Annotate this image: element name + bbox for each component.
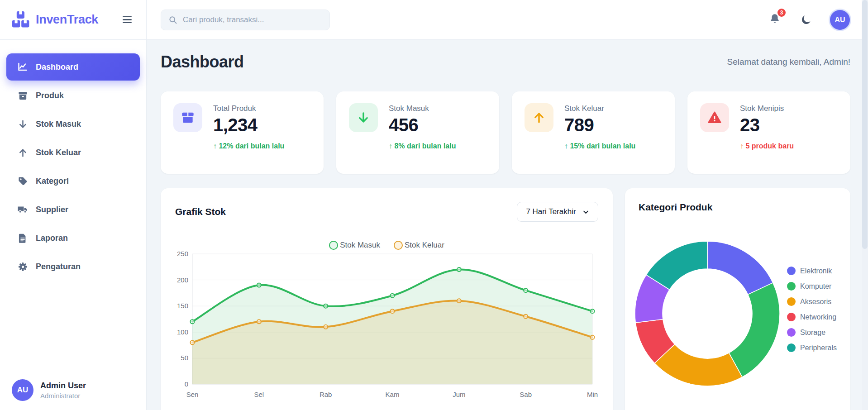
legend-marker — [787, 328, 796, 337]
chart-line-icon — [17, 62, 28, 72]
app-logo: InvenTrack — [12, 11, 98, 29]
sidebar-item-dashboard[interactable]: Dashboard — [6, 53, 140, 81]
stat-card-stok-menipis: Stok Menipis 23 ↑ 5 produk baru — [687, 91, 850, 174]
sidebar-item-stok-keluar[interactable]: Stok Keluar — [6, 139, 140, 166]
sidebar-item-produk[interactable]: Produk — [6, 82, 140, 109]
tag-icon — [17, 176, 28, 186]
moon-icon — [801, 14, 812, 25]
sidebar-item-label: Stok Keluar — [36, 148, 81, 157]
notifications-button[interactable]: 3 — [767, 11, 782, 29]
legend-item-komputer[interactable]: Komputer — [787, 281, 837, 291]
document-icon — [17, 233, 28, 243]
legend-item-stok-masuk[interactable]: Stok Masuk — [329, 240, 380, 251]
stock-line-chart: 050100150200250SenSelRabKamJumSabMin — [175, 251, 598, 403]
box-icon — [17, 90, 28, 101]
notification-badge: 3 — [777, 8, 787, 18]
legend-item-stok-keluar[interactable]: Stok Keluar — [394, 240, 444, 251]
stat-change: ↑ 12% dari bulan lalu — [213, 142, 284, 150]
legend-item-storage[interactable]: Storage — [787, 328, 837, 337]
topbar: 3 AU — [147, 0, 868, 40]
profile-avatar-button[interactable]: AU — [830, 10, 850, 30]
line-legend: Stok Masuk Stok Keluar — [175, 240, 598, 251]
stat-change: ↑ 15% dari bulan lalu — [564, 142, 635, 150]
stat-card-stok-keluar: Stok Keluar 789 ↑ 15% dari bulan lalu — [512, 91, 675, 174]
sidebar-item-label: Dashboard — [36, 62, 78, 72]
stock-chart-card: Grafik Stok 7 Hari Terakhir Stok Masuk — [161, 188, 613, 410]
sidebar-item-label: Kategori — [36, 176, 69, 186]
legend-marker — [787, 313, 796, 321]
sidebar-header: InvenTrack — [0, 0, 146, 40]
legend-marker — [787, 282, 796, 291]
svg-text:Jum: Jum — [453, 391, 465, 398]
user-avatar: AU — [12, 379, 33, 401]
stat-change: ↑ 8% dari bulan lalu — [389, 142, 456, 150]
svg-text:50: 50 — [181, 354, 188, 362]
sidebar-item-label: Laporan — [36, 234, 68, 243]
menu-toggle-button[interactable] — [120, 14, 134, 26]
legend-label: Stok Masuk — [340, 241, 380, 250]
sidebar-item-kategori[interactable]: Kategori — [6, 167, 140, 195]
svg-text:Sab: Sab — [520, 391, 532, 398]
stat-value: 789 — [564, 115, 635, 135]
stock-chart-title: Grafik Stok — [175, 206, 226, 217]
page-title: Dashboard — [161, 52, 244, 72]
svg-text:200: 200 — [177, 276, 188, 284]
user-name: Admin User — [40, 381, 86, 391]
period-selected-value: 7 Hari Terakhir — [526, 207, 576, 216]
sidebar-nav: Dashboard Produk Stok Masuk Stok Keluar … — [0, 40, 146, 281]
sidebar-item-supplier[interactable]: Supplier — [6, 196, 140, 223]
boxes-logo-icon — [12, 11, 30, 29]
stat-label: Stok Masuk — [389, 104, 456, 113]
scrollbar-track — [862, 0, 868, 410]
stat-label: Stok Menipis — [740, 104, 794, 113]
dark-mode-toggle[interactable] — [799, 12, 814, 27]
gear-icon — [17, 261, 28, 272]
legend-label: Komputer — [800, 282, 831, 291]
user-role: Administrator — [40, 392, 86, 400]
stat-value: 456 — [389, 115, 456, 135]
search-input[interactable] — [183, 15, 322, 24]
sidebar-item-label: Supplier — [36, 205, 68, 215]
sidebar-item-label: Pengaturan — [36, 262, 81, 272]
legend-marker — [394, 241, 403, 250]
legend-marker — [787, 297, 796, 306]
legend-item-elektronik[interactable]: Elektronik — [787, 266, 837, 276]
donut-legend: Elektronik Komputer Aksesoris Networking… — [787, 266, 837, 353]
legend-label: Stok Keluar — [405, 241, 444, 250]
svg-text:Sel: Sel — [254, 391, 264, 398]
category-chart-title: Kategori Produk — [639, 202, 837, 213]
arrow-up-icon — [17, 147, 28, 158]
sidebar-user: AU Admin User Administrator — [0, 370, 146, 410]
svg-text:250: 250 — [177, 251, 188, 257]
sidebar-item-label: Produk — [36, 91, 64, 100]
svg-text:Min: Min — [587, 391, 598, 398]
legend-marker — [787, 267, 796, 275]
legend-item-networking[interactable]: Networking — [787, 312, 837, 322]
arrow-down-icon — [349, 103, 378, 132]
sidebar-item-stok-masuk[interactable]: Stok Masuk — [6, 110, 140, 138]
sidebar-item-pengaturan[interactable]: Pengaturan — [6, 253, 140, 280]
sidebar: InvenTrack Dashboard Produk Stok Masuk — [0, 0, 147, 410]
legend-item-aksesoris[interactable]: Aksesoris — [787, 297, 837, 306]
svg-text:100: 100 — [177, 328, 188, 336]
dashboard-content: Dashboard Selamat datang kembali, Admin!… — [147, 40, 868, 410]
sidebar-item-laporan[interactable]: Laporan — [6, 224, 140, 252]
app-name: InvenTrack — [36, 13, 98, 27]
search-icon — [168, 15, 177, 24]
stat-value: 1,234 — [213, 115, 284, 135]
scrollbar-thumb[interactable] — [862, 0, 868, 249]
warning-triangle-icon — [700, 103, 729, 132]
category-chart-card: Kategori Produk Elektronik Komputer Akse… — [625, 188, 850, 410]
svg-text:150: 150 — [177, 302, 188, 310]
legend-label: Networking — [800, 313, 836, 321]
legend-label: Elektronik — [800, 267, 832, 275]
arrow-up-icon — [525, 103, 553, 132]
legend-item-peripherals[interactable]: Peripherals — [787, 343, 837, 353]
stat-cards-row: Total Produk 1,234 ↑ 12% dari bulan lalu… — [161, 91, 850, 174]
stat-value: 23 — [740, 115, 794, 135]
stat-card-total-produk: Total Produk 1,234 ↑ 12% dari bulan lalu — [161, 91, 324, 174]
svg-text:Rab: Rab — [320, 391, 332, 398]
charts-row: Grafik Stok 7 Hari Terakhir Stok Masuk — [161, 188, 850, 410]
period-select[interactable]: 7 Hari Terakhir — [517, 202, 598, 222]
arrow-down-icon — [17, 119, 28, 129]
